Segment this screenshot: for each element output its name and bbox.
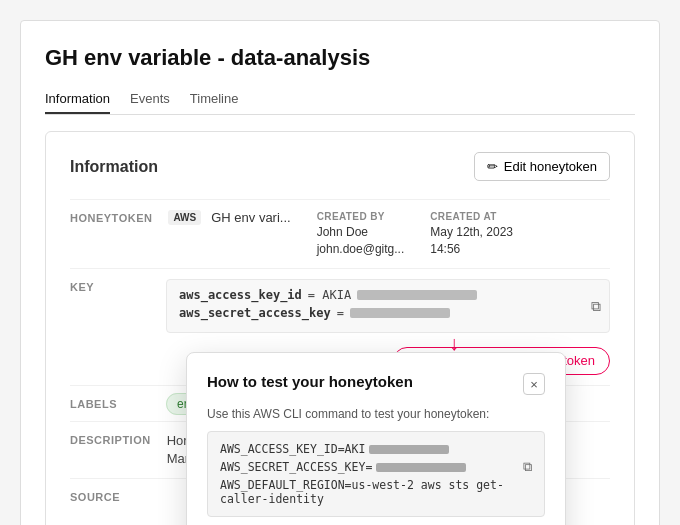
copy-key-icon[interactable]: ⧉ [591,297,601,314]
created-by-label: CREATED BY [317,210,405,224]
source-label: SOURCE [70,489,150,503]
page-wrapper: GH env variable - data-analysis Informat… [20,20,660,525]
key-val-blur-1 [357,290,477,300]
modal-close-button[interactable]: × [523,373,545,395]
created-at-group: CREATED AT May 12th, 202314:56 [430,210,513,258]
cli-blur-1 [369,445,449,454]
key-name-2: aws_secret_access_key [179,306,331,320]
key-val-blur-2 [350,308,450,318]
how-to-test-modal: How to test your honeytoken × Use this A… [186,352,566,525]
key-line-1: aws_access_key_id = AKIA [179,288,597,302]
honeytoken-name: GH env vari... [211,210,290,225]
cli-box: AWS_ACCESS_KEY_ID=AKI AWS_SECRET_ACCESS_… [207,431,545,517]
cli-line-2: AWS_SECRET_ACCESS_KEY= ⧉ [220,459,532,475]
key-name-1: aws_access_key_id [179,288,302,302]
honeytoken-info: AWS GH env vari... [168,210,290,225]
tab-bar: Information Events Timeline [45,85,635,115]
description-label: DESCRIPTION [70,432,151,446]
created-at-label: CREATED AT [430,210,513,224]
honeytoken-row: HONEYTOKEN AWS GH env vari... CREATED BY… [70,199,610,268]
cli-line-3: AWS_DEFAULT_REGION=us-west-2 aws sts get… [220,478,532,506]
aws-badge: AWS [168,210,201,225]
modal-header: How to test your honeytoken × [207,373,545,395]
cli-text-2: AWS_SECRET_ACCESS_KEY= [220,460,372,474]
cli-text-1: AWS_ACCESS_KEY_ID=AKI [220,442,365,456]
modal-subtitle: Use this AWS CLI command to test your ho… [207,407,545,421]
key-equals-1: = AKIA [308,288,351,302]
tab-information[interactable]: Information [45,85,110,114]
tab-events[interactable]: Events [130,85,170,114]
created-by-group: CREATED BY John Doejohn.doe@gitg... [317,210,405,258]
info-card: Information ✏ Edit honeytoken HONEYTOKEN… [45,131,635,525]
created-at-value: May 12th, 202314:56 [430,224,513,258]
honeytoken-label: HONEYTOKEN [70,210,152,224]
key-line-2: aws_secret_access_key = [179,306,597,320]
labels-label: LABELS [70,396,150,410]
card-header: Information ✏ Edit honeytoken [70,152,610,181]
cli-line-1: AWS_ACCESS_KEY_ID=AKI [220,442,532,456]
cli-copy-icon[interactable]: ⧉ [523,459,532,475]
cli-text-3: AWS_DEFAULT_REGION=us-west-2 aws sts get… [220,478,532,506]
key-equals-2: = [337,306,344,320]
tab-timeline[interactable]: Timeline [190,85,239,114]
edit-honeytoken-button[interactable]: ✏ Edit honeytoken [474,152,610,181]
created-by-value: John Doejohn.doe@gitg... [317,224,405,258]
page-title: GH env variable - data-analysis [45,45,635,71]
pencil-icon: ✏ [487,159,498,174]
cli-blur-2 [376,463,466,472]
key-label: KEY [70,279,150,293]
card-title: Information [70,158,158,176]
modal-title: How to test your honeytoken [207,373,413,390]
edit-button-label: Edit honeytoken [504,159,597,174]
key-box: aws_access_key_id = AKIA aws_secret_acce… [166,279,610,333]
